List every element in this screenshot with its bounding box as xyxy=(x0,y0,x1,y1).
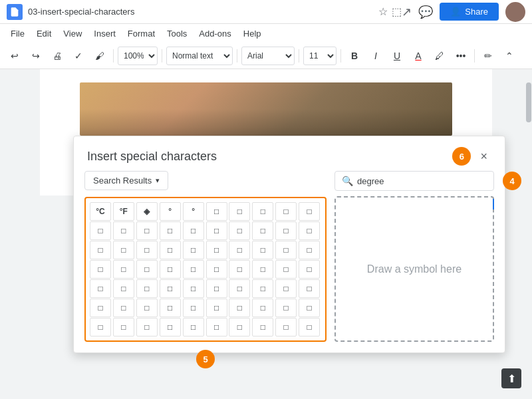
style-select[interactable]: Normal text xyxy=(166,47,233,65)
char-cell[interactable]: □ xyxy=(113,241,134,259)
char-cell[interactable]: □ xyxy=(160,221,181,240)
menu-view[interactable]: View xyxy=(58,27,87,41)
close-button[interactable]: × xyxy=(476,148,491,165)
char-cell[interactable]: □ xyxy=(275,260,297,279)
search-input[interactable] xyxy=(357,176,487,186)
zoom-select[interactable]: 100% xyxy=(118,47,158,65)
redo-button[interactable]: ↪ xyxy=(27,47,45,65)
menu-addons[interactable]: Add-ons xyxy=(194,27,236,41)
trend-icon[interactable]: ↗ xyxy=(402,5,412,19)
char-cell[interactable]: □ xyxy=(160,318,181,336)
folder-icon[interactable]: ⬚ xyxy=(392,5,402,18)
char-cell[interactable]: □ xyxy=(206,260,227,279)
char-cell[interactable]: □ xyxy=(160,279,181,298)
spellcheck-button[interactable]: ✓ xyxy=(69,47,88,65)
char-cell[interactable]: □ xyxy=(183,299,204,317)
draw-area[interactable]: Draw a symbol here xyxy=(334,196,494,342)
highlight-button[interactable]: 🖊 xyxy=(430,47,449,65)
char-cell[interactable]: □ xyxy=(229,299,250,317)
char-cell[interactable]: □ xyxy=(252,260,273,279)
char-cell[interactable]: □ xyxy=(136,241,158,259)
char-cell[interactable]: □ xyxy=(90,221,111,240)
char-cell[interactable]: □ xyxy=(113,221,134,240)
char-cell[interactable]: □ xyxy=(113,260,134,279)
char-cell[interactable]: □ xyxy=(229,221,250,240)
char-cell[interactable]: □ xyxy=(299,318,320,336)
char-cell[interactable]: □ xyxy=(183,221,204,240)
char-cell[interactable]: □ xyxy=(206,279,227,298)
char-cell[interactable]: □ xyxy=(299,299,320,317)
char-cell[interactable]: □ xyxy=(252,221,273,240)
char-cell[interactable]: □ xyxy=(206,241,227,259)
scrollbar[interactable] xyxy=(525,69,532,399)
more-button[interactable]: ••• xyxy=(452,47,470,65)
comment-icon[interactable]: 💬 xyxy=(418,5,433,19)
menu-tools[interactable]: Tools xyxy=(162,27,192,41)
chevron-up-button[interactable]: ⌃ xyxy=(500,47,519,65)
scrollbar-thumb[interactable] xyxy=(526,82,531,122)
search-results-dropdown[interactable]: Search Results xyxy=(84,171,168,190)
char-cell[interactable]: □ xyxy=(183,318,204,336)
char-cell[interactable]: □ xyxy=(275,299,297,317)
explore-button[interactable]: ⬆ xyxy=(501,368,521,388)
char-cell[interactable]: □ xyxy=(136,318,158,336)
char-cell[interactable]: □ xyxy=(275,318,297,336)
char-cell[interactable]: □ xyxy=(275,202,297,221)
avatar[interactable] xyxy=(505,2,525,22)
star-icon[interactable]: ☆ xyxy=(378,5,388,18)
font-select[interactable]: Arial xyxy=(241,47,295,65)
char-cell[interactable]: □ xyxy=(252,202,273,221)
char-cell[interactable]: □ xyxy=(206,202,227,221)
char-cell[interactable]: □ xyxy=(229,279,250,298)
char-cell[interactable]: □ xyxy=(183,260,204,279)
text-color-button[interactable]: A xyxy=(409,47,428,65)
char-cell[interactable]: □ xyxy=(90,318,111,336)
undo-button[interactable]: ↩ xyxy=(5,47,24,65)
char-cell[interactable]: □ xyxy=(136,279,158,298)
char-cell[interactable]: □ xyxy=(299,221,320,240)
char-cell[interactable]: □ xyxy=(113,318,134,336)
char-cell[interactable]: □ xyxy=(113,279,134,298)
char-cell[interactable]: □ xyxy=(160,260,181,279)
char-cell[interactable]: □ xyxy=(160,299,181,317)
char-cell[interactable]: □ xyxy=(183,279,204,298)
char-cell[interactable]: □ xyxy=(136,260,158,279)
char-cell[interactable]: □ xyxy=(275,279,297,298)
char-cell[interactable]: □ xyxy=(206,221,227,240)
menu-edit[interactable]: Edit xyxy=(31,27,57,41)
bold-button[interactable]: B xyxy=(345,47,364,65)
menu-file[interactable]: File xyxy=(5,27,30,41)
font-size-select[interactable]: 11 xyxy=(303,47,336,65)
char-cell[interactable]: □ xyxy=(206,299,227,317)
char-cell[interactable]: □ xyxy=(90,299,111,317)
char-cell[interactable]: □ xyxy=(252,299,273,317)
char-cell[interactable]: □ xyxy=(299,241,320,259)
menu-insert[interactable]: Insert xyxy=(88,27,121,41)
char-cell[interactable]: □ xyxy=(299,260,320,279)
char-cell[interactable]: °C xyxy=(90,202,111,221)
char-cell[interactable]: □ xyxy=(229,241,250,259)
char-cell[interactable]: □ xyxy=(90,260,111,279)
char-cell[interactable]: □ xyxy=(183,241,204,259)
char-cell[interactable]: □ xyxy=(252,241,273,259)
char-cell[interactable]: □ xyxy=(299,202,320,221)
char-cell[interactable]: □ xyxy=(275,241,297,259)
char-cell[interactable]: □ xyxy=(299,279,320,298)
pen-button[interactable]: ✏ xyxy=(479,47,497,65)
char-cell[interactable]: ° xyxy=(183,202,204,221)
char-cell[interactable]: □ xyxy=(113,299,134,317)
underline-button[interactable]: U xyxy=(388,47,406,65)
char-cell[interactable]: □ xyxy=(136,221,158,240)
char-cell[interactable]: □ xyxy=(136,299,158,317)
char-cell[interactable]: □ xyxy=(229,318,250,336)
char-cell[interactable]: □ xyxy=(90,241,111,259)
char-cell[interactable]: □ xyxy=(206,318,227,336)
char-cell[interactable]: ° xyxy=(160,202,181,221)
char-cell[interactable]: □ xyxy=(252,279,273,298)
print-button[interactable]: 🖨 xyxy=(48,47,66,65)
char-cell[interactable]: □ xyxy=(275,221,297,240)
char-cell[interactable]: ◈ xyxy=(136,202,158,221)
menu-help[interactable]: Help xyxy=(238,27,267,41)
paint-format-button[interactable]: 🖌 xyxy=(90,47,109,65)
share-button[interactable]: 👤 Share xyxy=(440,3,499,21)
